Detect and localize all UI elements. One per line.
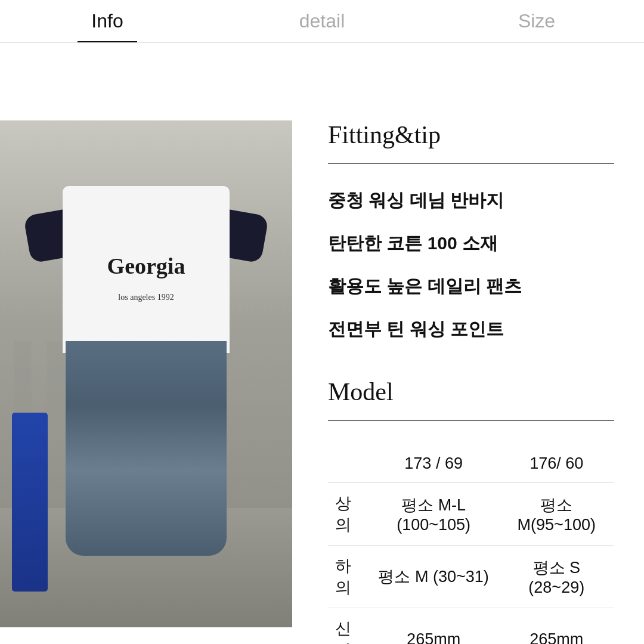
tab-info-label: Info (91, 10, 123, 32)
table-row-top: 상의 평소 M-L (100~105) 평소 M(95~100) (328, 483, 614, 546)
fitting-title: Fitting&tip (328, 120, 614, 149)
row-shoe-col2: 265mm (499, 608, 614, 645)
model-divider (328, 420, 614, 421)
chair-decoration (12, 413, 48, 592)
shirt-text: Georgia los angeles 1992 (107, 253, 185, 305)
fitting-list: 중청 워싱 데님 반바지 탄탄한 코튼 100 소재 활용도 높은 데일리 팬츠… (328, 188, 614, 342)
model-section: Model 173 / 69 176/ 60 상의 평소 M-L (100~10… (328, 377, 614, 644)
fitting-item-4: 전면부 틴 워싱 포인트 (328, 317, 614, 342)
model-table: 173 / 69 176/ 60 상의 평소 M-L (100~105) 평소 … (328, 445, 614, 644)
row-label-bottom: 하의 (328, 546, 369, 608)
col-height1: 173 / 69 (369, 445, 499, 483)
tab-info[interactable]: Info (0, 0, 215, 42)
tab-size[interactable]: Size (429, 0, 644, 42)
fitting-item-3: 활용도 높은 데일리 팬츠 (328, 274, 614, 299)
row-label-top: 상의 (328, 483, 369, 546)
fitting-item-1: 중청 워싱 데님 반바지 (328, 188, 614, 213)
col-height2: 176/ 60 (499, 445, 614, 483)
row-shoe-col1: 265mm (369, 608, 499, 645)
model-title: Model (328, 377, 614, 406)
jeans (66, 341, 227, 556)
fitting-item-2: 탄탄한 코튼 100 소재 (328, 231, 614, 256)
row-bottom-col2: 평소 S (28~29) (499, 546, 614, 608)
row-top-col2: 평소 M(95~100) (499, 483, 614, 546)
tab-detail[interactable]: detail (215, 0, 429, 42)
col-label-header (328, 445, 369, 483)
product-image: IL Georgia los angeles 1992 (0, 120, 292, 627)
info-panel: Fitting&tip 중청 워싱 데님 반바지 탄탄한 코튼 100 소재 활… (292, 43, 644, 644)
main-content: IL Georgia los angeles 1992 (0, 43, 644, 644)
model-table-header: 173 / 69 176/ 60 (328, 445, 614, 483)
tab-detail-label: detail (299, 10, 345, 32)
fitting-divider (328, 163, 614, 164)
row-bottom-col1: 평소 M (30~31) (369, 546, 499, 608)
table-row-shoe: 신발 265mm 265mm (328, 608, 614, 645)
model-figure: Georgia los angeles 1992 (45, 150, 247, 627)
tab-bar: Info detail Size (0, 0, 644, 43)
shirt: Georgia los angeles 1992 (63, 186, 230, 353)
table-row-bottom: 하의 평소 M (30~31) 평소 S (28~29) (328, 546, 614, 608)
row-label-shoe: 신발 (328, 608, 369, 645)
product-image-container: IL Georgia los angeles 1992 (0, 43, 292, 644)
photo-background: IL Georgia los angeles 1992 (0, 120, 292, 627)
fitting-section: Fitting&tip 중청 워싱 데님 반바지 탄탄한 코튼 100 소재 활… (328, 120, 614, 342)
tab-size-label: Size (518, 10, 555, 32)
row-top-col1: 평소 M-L (100~105) (369, 483, 499, 546)
